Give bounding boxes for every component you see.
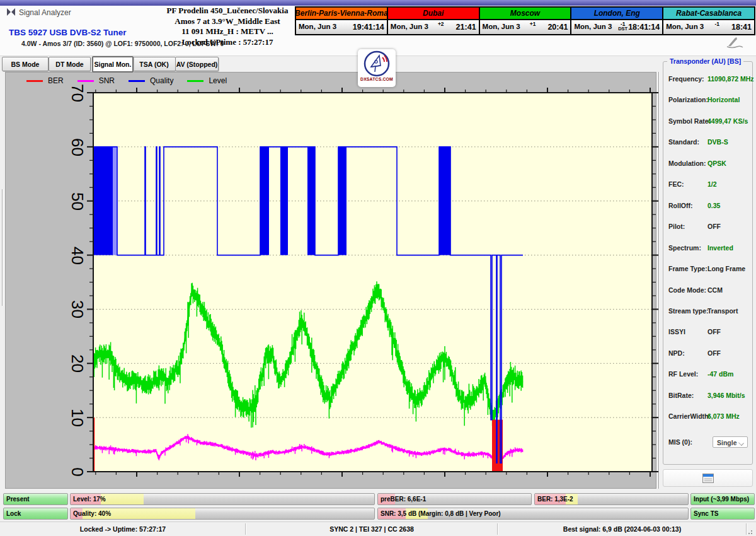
clock-date: Mon, Jun 3 [483,23,520,30]
clock-date: Mon, Jun 3 [299,23,336,30]
legend-swatch-level [187,80,203,82]
meter-sync-ts: Sync TS [690,508,755,520]
field-value: 3,946 Mbit/s [707,392,745,399]
site-info-line: PF Prodelin 450_Lučenec/Slovakia [158,6,297,16]
tab-signal-mon[interactable]: Signal Mon. [92,56,134,73]
tab-av-stopped[interactable]: AV (Stopped) [175,57,219,71]
field-value: 1/2 [707,180,717,188]
transponder-row-carrierwidth: CarrierWidth:6,073 MHz [668,412,749,421]
field-value: OFF [707,349,721,357]
clock-time: 21:41 [456,23,476,32]
field-label: ISSYI [668,328,685,335]
meter-label: BER: 1,3E-2 [537,496,573,503]
clock-time: 18:41 [731,23,752,32]
y-tick-label-20: 20 [67,353,87,375]
status-separator [245,523,246,535]
clock-city-label: Rabat-Casablanca [663,8,754,20]
meter-label: Present [6,496,30,503]
legend-label: BER [48,76,64,85]
field-value: CCM [707,286,723,294]
clock-time-row: Mon, Jun 3-1DST18:41:14 [571,20,662,34]
field-value: 0.35 [707,202,720,209]
field-label: Symbol Rate: [668,117,711,125]
meter-segment-yellow [101,494,143,504]
chart-legend: BERSNRQualityLevel [26,76,227,85]
field-label: RollOff: [668,202,693,209]
legend-item-snr: SNR [77,76,115,85]
field-value: 4499,47 KS/s [707,117,748,125]
field-value: Transport [707,307,738,315]
app-antenna-icon [6,8,16,16]
clock-utc-offset: -1DST [618,20,627,32]
resize-grip[interactable] [748,528,754,535]
transponder-row-pilot: Pilot:OFF [668,223,749,231]
clock-moscow: MoscowMon, Jun 3+120:41 [479,6,572,35]
clock-time: 20:41 [547,23,568,32]
transponder-row-spectrum: Spectrum:Inverted [668,244,749,253]
left-frame-groove [2,189,3,306]
meter-label: Input (~3,99 Mbps) [694,496,749,503]
meter-preber: preBER: 6,6E-1 [377,493,532,505]
site-info-line: Amos 7 at 3.9°W_Middle East [158,16,297,27]
legend-swatch-quality [129,80,145,82]
y-tick-label-0: 0 [67,462,87,483]
window-title: Signal Analyzer [19,8,71,17]
field-label: RF Level: [668,370,698,378]
meter-lock: Lock [3,508,68,520]
clock-time-row: Mon, Jun 3+120:41 [480,20,571,34]
tab-tsa-ok[interactable]: TSA (OK) [132,57,176,71]
field-value: -47 dBm [707,370,733,378]
transponder-row-standard: Standard:DVB-S [668,138,749,147]
clock-berlin-paris-vienna-roma: Berlin-Paris-Vienna-RomaMon, Jun 319:41:… [295,6,388,35]
field-label: Frequency: [668,75,704,83]
field-label: MIS (0): [668,438,692,446]
meter-label: Sync TS [694,510,718,517]
y-tick-label-60: 60 [67,136,87,158]
meter-snr: SNR: 3,5 dB (Margin: 0,8 dB | Very Poor) [377,508,689,520]
field-value: 11090,872 MHz [707,75,754,83]
transponder-row-frame-type: Frame Type:Long Frame [668,265,749,274]
meter-label: Lock [6,510,21,517]
status-uptime: Locked -> Uptime: 57:27:17 [0,525,246,533]
transponder-row-rf-level: RF Level:-47 dBm [668,370,749,379]
panel-splitter[interactable] [658,72,660,489]
transponder-row-frequency: Frequency:11090,872 MHz [668,75,749,84]
clock-utc-offset: +2 [438,20,444,26]
meter-quality: Quality: 40% [70,508,375,520]
clock-city-label: Moscow [480,8,571,20]
show-window-button[interactable] [663,469,753,487]
transponder-row-code-mode: Code Mode:CCM [668,286,749,295]
field-value: Horizontal [707,96,740,103]
meter-label: Quality: 40% [73,510,111,517]
meter-present: Present [3,493,68,505]
clock-time: 18:41:14 [628,23,660,32]
status-separator [497,523,498,535]
clock-dst-flag: DST [618,26,627,32]
clock-time-row: Mon, Jun 319:41:14 [296,20,387,34]
status-bar: Locked -> Uptime: 57:27:17 SYNC 2 | TEI … [0,521,756,536]
transponder-row-bitrate: BitRate:3,946 Mbit/s [668,392,749,400]
window-list-icon [702,474,714,483]
legend-item-quality: Quality [129,76,173,85]
field-label: Standard: [668,138,699,146]
mis-select[interactable]: Single [713,436,748,448]
site-info-line: 11 091 MHz_H : METV ... [158,26,297,37]
signature-icon [724,36,746,49]
clock-utc-offset: +1 [530,20,536,26]
meter-label: Level: 17% [73,496,106,503]
clock-city-label: London, Eng [571,8,662,20]
clock-date: Mon, Jun 3 [574,23,612,30]
tab-bs-mode[interactable]: BS Mode [2,57,49,71]
meter-input-3-99-mbps: Input (~3,99 Mbps) [690,493,755,505]
clock-time: 19:41:14 [353,23,384,32]
tab-dt-mode[interactable]: DT Mode [49,57,91,71]
clock-date: Mon, Jun 3 [666,23,704,30]
field-value: DVB-S [707,138,728,146]
legend-label: Quality [150,76,173,85]
transponder-row-npd: NPD:OFF [668,349,749,358]
field-label: NPD: [668,349,685,357]
signal-monitor-plot [84,86,661,479]
legend-swatch-ber [26,80,43,82]
logo-text: DXSATCS.COM [360,77,393,81]
field-value: 6,073 MHz [707,412,740,420]
